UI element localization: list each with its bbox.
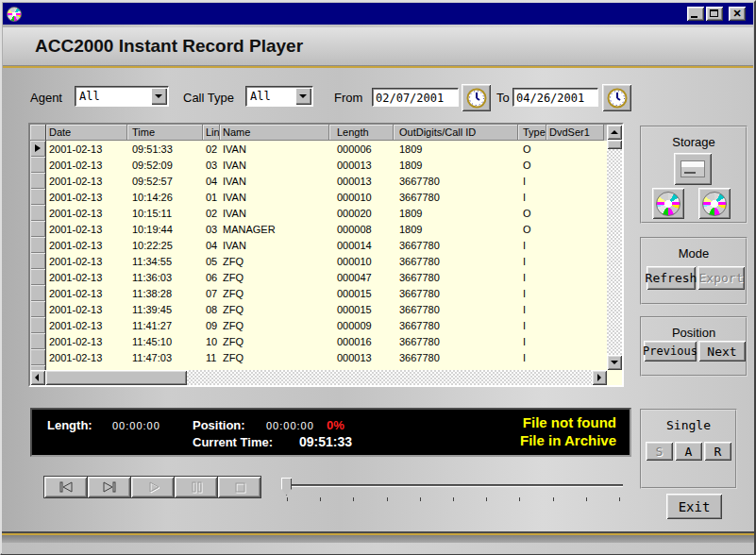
row-gutter[interactable]: [30, 269, 46, 285]
cell: 08: [203, 301, 220, 317]
cell: 3667780: [394, 317, 518, 333]
stop-button[interactable]: [217, 476, 261, 498]
vertical-scroll-thumb[interactable]: [607, 140, 622, 149]
row-gutter[interactable]: [30, 221, 46, 237]
row-gutter[interactable]: [30, 157, 46, 173]
previous-button[interactable]: Previous: [644, 341, 697, 362]
call-type-select[interactable]: All: [245, 86, 313, 107]
single-s-button[interactable]: S: [646, 442, 673, 461]
table-row[interactable]: 2001-02-1311:36:0306ZFQ0000473667780I: [30, 269, 607, 285]
agent-select[interactable]: All: [75, 86, 169, 107]
row-gutter[interactable]: [30, 349, 46, 365]
column-header[interactable]: Date: [46, 125, 127, 141]
row-gutter[interactable]: [30, 285, 46, 301]
title-bar[interactable]: ✕: [3, 3, 753, 25]
cell: 09:52:09: [127, 157, 203, 173]
row-gutter[interactable]: [30, 237, 46, 253]
row-gutter[interactable]: [30, 317, 46, 333]
to-date-field[interactable]: 04/26/2001: [512, 88, 598, 107]
table-row[interactable]: 2001-02-1311:45:1010ZFQ0000163667780I: [30, 333, 607, 349]
refresh-button[interactable]: Refresh: [647, 266, 696, 290]
row-gutter[interactable]: [30, 301, 46, 317]
cell: 2001-02-13: [46, 205, 127, 221]
table-row[interactable]: 2001-02-1311:39:4508ZFQ0000153667780I: [30, 301, 607, 317]
cell: I: [518, 317, 546, 333]
table-row[interactable]: 2001-02-1310:15:1102IVAN0000201809O: [30, 205, 607, 221]
column-header[interactable]: Time: [127, 125, 203, 141]
cell: I: [518, 253, 546, 269]
skip-forward-button[interactable]: [87, 476, 131, 498]
row-gutter[interactable]: [30, 205, 46, 221]
from-date-field[interactable]: 02/07/2001: [372, 88, 459, 107]
position-value-label: Position:: [193, 418, 245, 432]
table-row[interactable]: 2001-02-1309:52:5704IVAN0000133667780I: [30, 173, 607, 189]
storage-drive-button[interactable]: [674, 153, 712, 185]
vertical-scrollbar[interactable]: [607, 125, 622, 370]
cell: 02: [203, 205, 220, 221]
table-row[interactable]: 2001-02-1311:34:5505ZFQ0000103667780I: [30, 253, 607, 269]
column-header[interactable]: Name: [220, 125, 329, 141]
table-row[interactable]: 2001-02-1311:47:0311ZFQ0000133667780I: [30, 349, 607, 365]
column-header[interactable]: Line: [203, 125, 220, 141]
pause-button[interactable]: [174, 476, 218, 498]
skip-back-button[interactable]: [43, 476, 88, 498]
current-record-marker[interactable]: [30, 141, 46, 157]
column-header[interactable]: Length: [329, 125, 394, 141]
cell: 000013: [329, 349, 394, 365]
slider-track[interactable]: [283, 484, 623, 487]
maximize-button[interactable]: [706, 7, 723, 21]
agent-dropdown-button[interactable]: [151, 88, 167, 105]
minimize-button[interactable]: [687, 7, 704, 21]
cell: 09: [203, 317, 220, 333]
from-label: From: [334, 91, 362, 105]
horizontal-scrollbar[interactable]: [30, 370, 607, 385]
scroll-down-button[interactable]: [607, 355, 622, 370]
single-r-button[interactable]: R: [704, 442, 731, 461]
cell: IVAN: [220, 205, 329, 221]
cell: MANAGER: [220, 221, 329, 237]
table-row[interactable]: 2001-02-1310:22:2504IVAN0000143667780I: [30, 237, 607, 253]
column-header[interactable]: Type: [518, 125, 546, 141]
table-row[interactable]: 2001-02-1310:14:2601IVAN0000103667780I: [30, 189, 607, 205]
from-date-picker-button[interactable]: [462, 84, 491, 111]
single-a-button[interactable]: A: [675, 442, 702, 461]
table-row[interactable]: 2001-02-1309:51:3302IVAN0000061809O: [30, 141, 607, 157]
row-gutter[interactable]: [30, 173, 46, 189]
table-row[interactable]: 2001-02-1310:19:4403MANAGER0000081809O: [30, 221, 607, 237]
cell: 2001-02-13: [46, 189, 127, 205]
storage-cd1-button[interactable]: [652, 188, 684, 219]
cell: 000020: [329, 205, 394, 221]
table-row[interactable]: 2001-02-1311:41:2709ZFQ0000093667780I: [30, 317, 607, 333]
cell: [546, 301, 604, 317]
scroll-up-button[interactable]: [607, 125, 622, 140]
column-header[interactable]: DvdSer1: [546, 125, 604, 141]
row-gutter[interactable]: [30, 333, 46, 349]
call-type-dropdown-button[interactable]: [295, 88, 311, 105]
position-slider[interactable]: [279, 477, 629, 503]
play-button[interactable]: [130, 476, 175, 498]
horizontal-scroll-thumb[interactable]: [45, 370, 187, 385]
next-button[interactable]: Next: [698, 341, 746, 362]
storage-cd2-button[interactable]: [698, 188, 731, 219]
cell: [546, 221, 604, 237]
app-window: ✕ ACC2000 Instant Record Player Agent Al…: [0, 0, 756, 555]
row-gutter[interactable]: [30, 189, 46, 205]
position-label: Position: [642, 318, 746, 340]
scroll-left-button[interactable]: [30, 370, 45, 385]
skip-forward-icon: [99, 479, 120, 495]
column-header[interactable]: OutDigits/Call ID: [394, 125, 518, 141]
row-gutter[interactable]: [30, 253, 46, 269]
cell: IVAN: [220, 237, 329, 253]
table-row[interactable]: 2001-02-1309:52:0903IVAN0000131809O: [30, 157, 607, 173]
slider-thumb[interactable]: [281, 478, 292, 496]
cell: 3667780: [394, 333, 518, 349]
cell: 000014: [329, 237, 394, 253]
table-row[interactable]: 2001-02-1311:38:2807ZFQ0000153667780I: [30, 285, 607, 301]
export-button[interactable]: Export: [697, 266, 745, 290]
cell: O: [518, 221, 546, 237]
scroll-right-button[interactable]: [592, 370, 607, 385]
to-date-picker-button[interactable]: [602, 84, 631, 111]
cell: IVAN: [220, 173, 329, 189]
close-button[interactable]: ✕: [729, 7, 746, 21]
exit-button[interactable]: Exit: [666, 494, 722, 519]
